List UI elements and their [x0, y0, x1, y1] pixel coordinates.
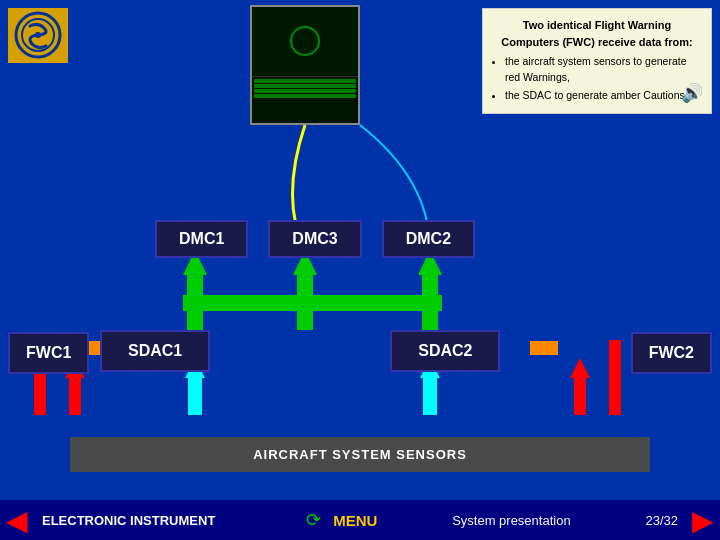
sdac1-box: SDAC1	[100, 330, 210, 372]
nav-page-number: 23/32	[637, 513, 686, 528]
nav-next-button[interactable]: ▶	[686, 504, 720, 537]
svg-marker-25	[570, 358, 590, 378]
dmc1-box: DMC1	[155, 220, 248, 258]
info-box: Two identical Flight Warning Computers (…	[482, 8, 712, 114]
nav-bar: ◀ ELECTRONIC INSTRUMENT ⟳ MENU System pr…	[0, 500, 720, 540]
info-box-item-2: the SDAC to generate amber Cautions.	[505, 88, 701, 104]
dmc3-box: DMC3	[268, 220, 361, 258]
nav-section-label: System presentation	[385, 513, 637, 528]
fwc1-box: FWC1	[8, 332, 89, 374]
dmc-row: DMC1 DMC3 DMC2	[155, 220, 475, 258]
nav-title: ELECTRONIC INSTRUMENT	[34, 513, 302, 528]
info-box-title: Two identical Flight Warning Computers (…	[493, 17, 701, 50]
nav-prev-button[interactable]: ◀	[0, 504, 34, 537]
fwc2-box: FWC2	[631, 332, 712, 374]
sdac2-box: SDAC2	[390, 330, 500, 372]
svg-rect-11	[183, 295, 442, 311]
ecam-line-4	[254, 94, 356, 98]
company-logo	[8, 8, 68, 63]
dmc2-box: DMC2	[382, 220, 475, 258]
svg-point-4	[35, 32, 41, 38]
info-box-list: the aircraft system sensors to generate …	[493, 54, 701, 103]
sdac-row: SDAC1 SDAC2	[100, 330, 500, 372]
ecam-line-1	[254, 79, 356, 83]
ecam-line-3	[254, 89, 356, 93]
info-box-item-1: the aircraft system sensors to generate …	[505, 54, 701, 86]
sensors-bar: AIRCRAFT SYSTEM SENSORS	[70, 437, 650, 472]
ecam-display	[250, 5, 360, 125]
ecam-circle	[290, 26, 320, 56]
ecam-line-2	[254, 84, 356, 88]
nav-menu-icon: ⟳	[302, 509, 325, 531]
nav-menu-label[interactable]: MENU	[325, 512, 385, 529]
speaker-icon[interactable]: 🔊	[681, 80, 703, 107]
